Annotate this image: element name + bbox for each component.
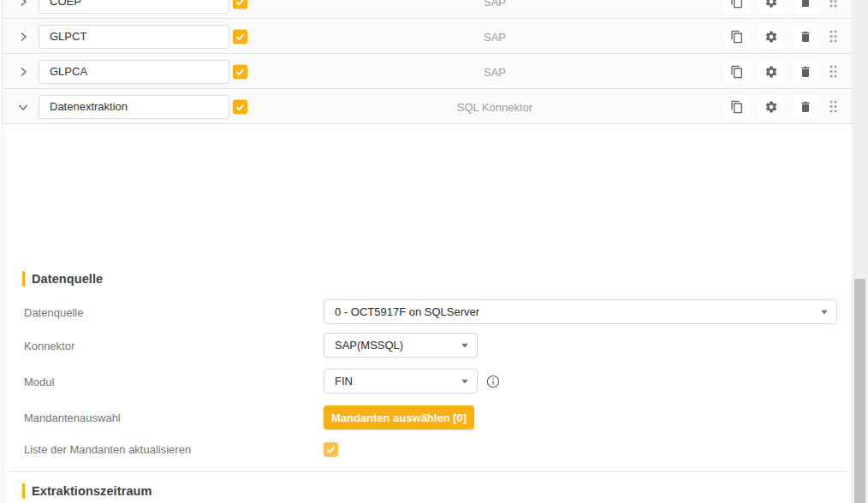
section-title-extraktionszeitraum: Extraktionszeitraum (22, 483, 152, 499)
settings-button[interactable] (759, 95, 783, 119)
copy-icon (730, 30, 744, 44)
modul-select[interactable]: FIN (324, 369, 478, 394)
extractor-name-input[interactable] (39, 95, 229, 119)
table-row: SAP (3, 55, 853, 89)
extractor-name-input[interactable] (39, 25, 229, 49)
copy-button[interactable] (725, 25, 749, 49)
copy-button[interactable] (725, 60, 749, 84)
extractor-detail-panel: Datenquelle Datenquelle 0 - OCT5917F on … (3, 125, 853, 503)
gear-icon (764, 30, 778, 44)
section-title-text: Datenquelle (32, 272, 103, 286)
extractor-name-input[interactable] (39, 0, 229, 14)
drag-handle-icon[interactable] (825, 28, 841, 45)
drag-handle-icon[interactable] (825, 0, 841, 10)
mandanten-auswaehlen-button[interactable]: Mandanten auswählen [0] (324, 405, 474, 429)
copy-icon (730, 65, 744, 79)
copy-button[interactable] (725, 95, 749, 119)
section-accent-bar (22, 271, 25, 287)
row-active-checkbox[interactable] (233, 64, 247, 79)
section-accent-bar (22, 483, 25, 499)
row-active-checkbox[interactable] (233, 99, 247, 114)
trash-icon (799, 100, 812, 114)
section-title-datenquelle: Datenquelle (22, 271, 103, 287)
drag-handle-icon[interactable] (825, 63, 841, 80)
drag-handle-icon[interactable] (825, 98, 841, 115)
delete-button[interactable] (794, 95, 817, 119)
table-row-expanded: SQL Konnektor (3, 90, 853, 124)
expand-chevron-right-icon[interactable] (17, 0, 29, 8)
extraction-config-page: SAP SAP SAP SQL Konnektor (2, 0, 852, 503)
copy-icon (730, 100, 744, 114)
konnektor-label: Konnektor (24, 340, 74, 352)
collapse-chevron-down-icon[interactable] (17, 101, 29, 113)
chevron-down-icon (461, 343, 468, 347)
delete-button[interactable] (794, 60, 817, 84)
copy-button[interactable] (725, 0, 749, 14)
datenquelle-select[interactable]: 0 - OCT5917F on SQLServer (324, 299, 837, 324)
trash-icon (799, 65, 812, 79)
settings-button[interactable] (759, 25, 783, 49)
liste-aktualisieren-checkbox[interactable] (324, 442, 338, 457)
gear-icon (764, 65, 778, 79)
section-divider (9, 471, 847, 472)
konnektor-select[interactable]: SAP(MSSQL) (324, 333, 478, 358)
chevron-down-icon (821, 310, 828, 314)
chevron-down-icon (461, 379, 468, 383)
trash-icon (799, 0, 812, 9)
gear-icon (764, 0, 778, 9)
row-active-checkbox[interactable] (233, 0, 247, 9)
scrollbar-track[interactable] (852, 0, 868, 503)
mandantenauswahl-label: Mandantenauswahl (24, 411, 121, 424)
gear-icon (764, 100, 778, 114)
row-active-checkbox[interactable] (233, 29, 247, 44)
table-row: SAP (3, 0, 853, 19)
extractor-name-input[interactable] (39, 60, 229, 84)
expand-chevron-right-icon[interactable] (17, 66, 29, 78)
delete-button[interactable] (794, 25, 817, 49)
settings-button[interactable] (759, 60, 783, 84)
table-row: SAP (3, 20, 853, 54)
delete-button[interactable] (794, 0, 817, 14)
scrollbar-thumb[interactable] (854, 279, 865, 503)
connector-type-label: SQL Konnektor (271, 100, 718, 113)
info-icon[interactable] (486, 375, 500, 388)
expand-chevron-right-icon[interactable] (17, 31, 29, 43)
modul-label: Modul (24, 376, 54, 388)
settings-button[interactable] (759, 0, 783, 14)
section-title-text: Extraktionszeitraum (32, 484, 152, 498)
connector-type-label: SAP (271, 65, 718, 78)
modul-select-value: FIN (335, 375, 353, 388)
connector-type-label: SAP (271, 30, 718, 43)
datenquelle-label: Datenquelle (24, 306, 83, 319)
connector-type-label: SAP (271, 0, 718, 8)
liste-aktualisieren-label: Liste der Mandanten aktualisieren (24, 443, 191, 456)
copy-icon (730, 0, 744, 9)
konnektor-select-value: SAP(MSSQL) (335, 339, 403, 352)
datenquelle-select-value: 0 - OCT5917F on SQLServer (335, 305, 479, 318)
trash-icon (799, 30, 812, 44)
